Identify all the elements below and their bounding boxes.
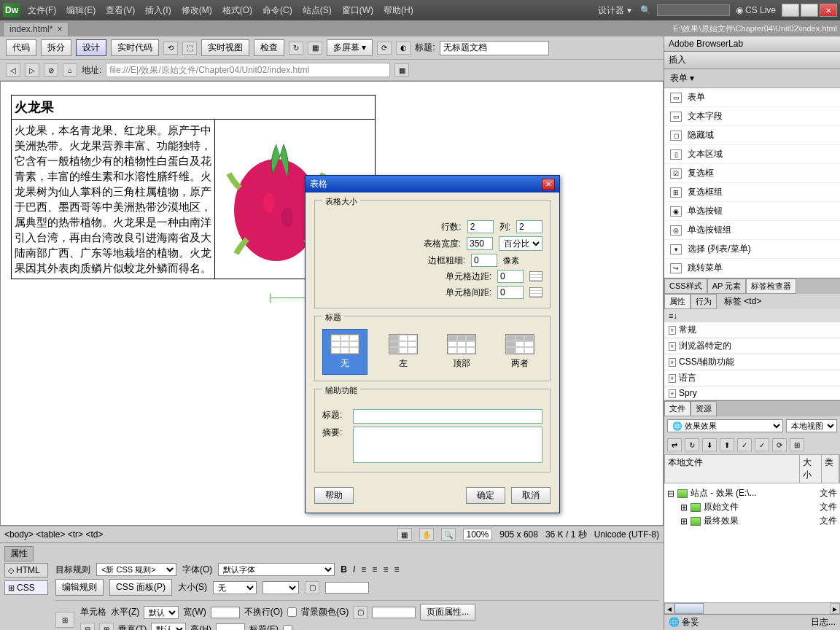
help-button[interactable]: 帮助 bbox=[314, 487, 354, 504]
insert-item-textfield[interactable]: ▭文本字段 bbox=[664, 107, 840, 126]
insert-item-checkbox[interactable]: ☑复选框 bbox=[664, 164, 840, 183]
toolbar-icon[interactable]: ⟲ bbox=[163, 42, 178, 55]
prop-group[interactable]: +浏览器特定的 bbox=[664, 338, 840, 354]
header-left[interactable]: 左 bbox=[381, 329, 426, 375]
bgcolor-input[interactable] bbox=[372, 607, 416, 618]
prop-group[interactable]: +常规 bbox=[664, 322, 840, 338]
table-width-input[interactable] bbox=[467, 237, 493, 250]
refresh-icon[interactable]: ↻ bbox=[685, 438, 699, 451]
bold-icon[interactable]: B bbox=[341, 564, 347, 575]
border-input[interactable] bbox=[471, 254, 497, 267]
get-icon[interactable]: ⬇ bbox=[702, 438, 717, 451]
width-input[interactable] bbox=[211, 607, 240, 618]
toolbar-icon[interactable]: ◐ bbox=[396, 42, 411, 55]
toolbar-icon[interactable]: ⬚ bbox=[182, 42, 197, 55]
menu-modify[interactable]: 修改(M) bbox=[179, 3, 215, 18]
summary-textarea[interactable] bbox=[353, 427, 542, 463]
search-input[interactable] bbox=[657, 4, 730, 16]
live-code-button[interactable]: 实时代码 bbox=[111, 39, 159, 56]
split-icon[interactable]: ⊞ bbox=[99, 623, 114, 630]
insert-panel-header[interactable]: 插入 bbox=[664, 52, 840, 69]
dialog-close-icon[interactable]: ✕ bbox=[542, 179, 555, 190]
browserlab-panel-header[interactable]: Adobe BrowserLab bbox=[664, 36, 840, 52]
font-select[interactable]: 默认字体 bbox=[218, 563, 335, 576]
tab-ap-elements[interactable]: AP 元素 bbox=[707, 279, 747, 294]
toolbar-icon[interactable]: ⟳ bbox=[377, 42, 392, 55]
tab-close-icon[interactable]: × bbox=[57, 24, 62, 34]
tab-assets[interactable]: 资源 bbox=[691, 401, 717, 416]
target-rule-select[interactable]: <新 CSS 规则> bbox=[96, 563, 176, 576]
insert-item-select[interactable]: ▾选择 (列表/菜单) bbox=[664, 240, 840, 259]
scrollbar[interactable]: ◂▸ bbox=[664, 602, 840, 614]
insert-category[interactable]: 表单 ▾ bbox=[664, 69, 840, 88]
menu-commands[interactable]: 命令(C) bbox=[260, 3, 295, 18]
log-link[interactable]: 日志... bbox=[811, 616, 836, 629]
width-unit-select[interactable]: 百分比 bbox=[499, 236, 542, 251]
menu-view[interactable]: 查看(V) bbox=[103, 3, 138, 18]
minimize-button[interactable]: — bbox=[782, 4, 799, 17]
file-tree[interactable]: ⊟站点 - 效果 (E:\...文件 ⊞原始文件文件 ⊞最终效果文件 bbox=[664, 483, 840, 602]
connect-icon[interactable]: ⇄ bbox=[667, 438, 682, 451]
padding-input[interactable] bbox=[497, 270, 524, 283]
body-text-cell[interactable]: 火龙果，本名青龙果、红龙果。原产于中美洲热带。火龙果营养丰富、功能独特，它含有一… bbox=[12, 120, 215, 279]
align-justify-icon[interactable]: ≡ bbox=[394, 564, 399, 575]
cols-input[interactable] bbox=[516, 220, 542, 233]
color-swatch[interactable]: ▢ bbox=[305, 581, 319, 594]
checkin-icon[interactable]: ✓ bbox=[755, 438, 769, 451]
toolbar-icon[interactable]: ↻ bbox=[289, 42, 303, 55]
cslive-link[interactable]: ◉ CS Live bbox=[736, 5, 776, 15]
bgcolor-swatch[interactable]: ▢ bbox=[353, 606, 368, 619]
cancel-button[interactable]: 取消 bbox=[511, 487, 551, 504]
align-center-icon[interactable]: ≡ bbox=[372, 564, 377, 575]
select-tool-icon[interactable]: ▦ bbox=[397, 528, 412, 541]
insert-item-checkboxgroup[interactable]: ⊞复选框组 bbox=[664, 183, 840, 202]
italic-icon[interactable]: I bbox=[353, 564, 355, 575]
menu-help[interactable]: 帮助(H) bbox=[381, 3, 416, 18]
view-select[interactable]: 本地视图 bbox=[786, 419, 837, 432]
go-icon[interactable]: ▦ bbox=[394, 63, 409, 77]
align-left-icon[interactable]: ≡ bbox=[361, 564, 366, 575]
menu-file[interactable]: 文件(F) bbox=[25, 3, 59, 18]
live-view-button[interactable]: 实时视图 bbox=[201, 39, 249, 56]
prop-group[interactable]: +CSS/辅助功能 bbox=[664, 354, 840, 370]
toolbar-icon[interactable]: ▦ bbox=[308, 42, 322, 55]
insert-item-radiogroup[interactable]: ◎单选按钮组 bbox=[664, 221, 840, 240]
height-input[interactable] bbox=[216, 623, 245, 630]
put-icon[interactable]: ⬆ bbox=[720, 438, 734, 451]
spacing-input[interactable] bbox=[497, 286, 524, 299]
rows-input[interactable] bbox=[467, 220, 494, 233]
inspect-button[interactable]: 检查 bbox=[254, 39, 284, 56]
menu-insert[interactable]: 插入(I) bbox=[142, 3, 174, 18]
sync-icon[interactable]: ⟳ bbox=[772, 438, 787, 451]
hand-tool-icon[interactable]: ✋ bbox=[419, 528, 434, 541]
css-panel-button[interactable]: CSS 面板(P) bbox=[109, 579, 172, 596]
site-select[interactable]: 🌐 效果效果 bbox=[667, 419, 783, 432]
ok-button[interactable]: 确定 bbox=[466, 487, 505, 504]
nowrap-checkbox[interactable] bbox=[287, 607, 297, 617]
prop-group[interactable]: +语言 bbox=[664, 370, 840, 386]
color-input[interactable] bbox=[325, 582, 369, 594]
insert-item-textarea[interactable]: ▯文本区域 bbox=[664, 145, 840, 164]
split-view-button[interactable]: 拆分 bbox=[41, 39, 71, 56]
align-right-icon[interactable]: ≡ bbox=[383, 564, 388, 575]
header-checkbox[interactable] bbox=[283, 625, 292, 631]
size-unit-select[interactable] bbox=[262, 581, 299, 594]
prop-group[interactable]: +Spry bbox=[664, 386, 840, 400]
checkout-icon[interactable]: ✓ bbox=[737, 438, 752, 451]
close-window-button[interactable]: ✕ bbox=[820, 4, 837, 17]
vert-select[interactable]: 默认 bbox=[151, 623, 186, 630]
address-input[interactable] bbox=[106, 63, 390, 77]
page-props-button[interactable]: 页面属性... bbox=[420, 604, 475, 621]
window-size[interactable]: 905 x 608 bbox=[499, 529, 538, 540]
document-title-input[interactable] bbox=[440, 41, 549, 55]
maximize-button[interactable]: □ bbox=[801, 4, 818, 17]
home-icon[interactable]: ⌂ bbox=[63, 63, 77, 77]
forward-icon[interactable]: ▷ bbox=[25, 63, 39, 77]
stop-icon[interactable]: ⊘ bbox=[44, 63, 58, 77]
menu-format[interactable]: 格式(O) bbox=[219, 3, 255, 18]
size-select[interactable]: 无 bbox=[213, 581, 257, 594]
horiz-select[interactable]: 默认 bbox=[144, 606, 179, 619]
merge-icon[interactable]: ⊟ bbox=[80, 623, 95, 630]
workspace-switcher[interactable]: 设计器 ▾ bbox=[595, 3, 634, 18]
menu-edit[interactable]: 编辑(E) bbox=[63, 3, 98, 18]
